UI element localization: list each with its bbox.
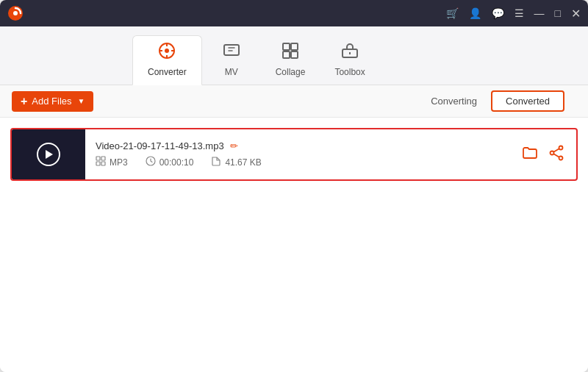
nav-area: Converter MV Collage (0, 26, 588, 85)
tab-mv[interactable]: MV (202, 36, 261, 85)
sub-toolbar: + Add Files ▼ Converting Converted (0, 85, 588, 118)
svg-rect-14 (101, 162, 105, 165)
collage-icon (282, 42, 299, 64)
meta-duration: 00:00:10 (146, 156, 194, 168)
svg-point-17 (559, 156, 563, 160)
add-files-label: Add Files (32, 96, 71, 107)
sub-tab-converted[interactable]: Converted (491, 90, 564, 112)
svg-point-16 (559, 146, 563, 149)
tab-mv-label: MV (225, 67, 238, 77)
file-duration: 00:00:10 (159, 157, 194, 168)
svg-rect-13 (96, 162, 100, 165)
app-logo (7, 5, 24, 21)
maximize-icon[interactable]: □ (555, 7, 561, 19)
edit-icon[interactable]: ✏ (230, 140, 238, 151)
svg-rect-4 (224, 45, 239, 55)
chat-icon[interactable]: 💬 (492, 7, 504, 19)
file-size: 41.67 KB (225, 157, 261, 168)
svg-point-1 (13, 11, 18, 15)
sub-tab-converting[interactable]: Converting (417, 91, 491, 111)
user-icon[interactable]: 👤 (469, 7, 481, 19)
svg-rect-8 (291, 51, 298, 58)
meta-size: 41.67 KB (211, 156, 261, 168)
play-button[interactable] (37, 143, 60, 166)
svg-rect-5 (283, 43, 290, 50)
tab-toolbox-label: Toolbox (334, 67, 365, 77)
converter-icon (158, 42, 176, 64)
tab-converter-label: Converter (148, 67, 187, 77)
file-meta: MP3 00:00:10 (96, 156, 512, 168)
menu-icon[interactable]: ☰ (514, 7, 524, 19)
meta-format: MP3 (96, 156, 128, 168)
file-name: Video-21-09-17-11-49-13.mp3 (96, 140, 224, 151)
filesize-icon (211, 156, 221, 168)
svg-rect-11 (96, 157, 100, 160)
svg-line-20 (553, 154, 559, 157)
mv-icon (223, 42, 240, 64)
tab-toolbox[interactable]: Toolbox (320, 36, 379, 85)
share-button[interactable] (548, 145, 564, 165)
file-item: Video-21-09-17-11-49-13.mp3 ✏ (10, 128, 578, 181)
svg-rect-7 (283, 51, 290, 58)
svg-line-19 (553, 149, 559, 152)
file-name-row: Video-21-09-17-11-49-13.mp3 ✏ (96, 140, 512, 151)
main-content: Video-21-09-17-11-49-13.mp3 ✏ (0, 118, 588, 372)
title-bar-left (7, 5, 24, 21)
file-actions (522, 145, 576, 165)
svg-point-18 (551, 151, 554, 154)
title-bar: 🛒 👤 💬 ☰ — □ ✕ (0, 0, 588, 26)
title-bar-right: 🛒 👤 💬 ☰ — □ ✕ (446, 7, 581, 21)
file-format: MP3 (110, 157, 128, 168)
svg-rect-6 (291, 43, 298, 50)
clock-icon (146, 156, 156, 168)
plus-icon: + (21, 95, 27, 108)
svg-rect-12 (101, 157, 105, 160)
file-thumbnail[interactable] (12, 128, 85, 181)
cart-icon[interactable]: 🛒 (446, 7, 459, 19)
svg-point-3 (165, 49, 169, 53)
sub-tabs: Converting Converted (417, 90, 564, 112)
dropdown-arrow-icon: ▼ (78, 97, 85, 105)
tab-collage-label: Collage (276, 67, 306, 77)
open-folder-button[interactable] (522, 145, 538, 165)
add-files-button[interactable]: + Add Files ▼ (12, 91, 93, 112)
close-icon[interactable]: ✕ (571, 7, 581, 21)
main-window: 🛒 👤 💬 ☰ — □ ✕ Converter (0, 0, 588, 372)
play-triangle-icon (46, 150, 53, 159)
tab-converter[interactable]: Converter (132, 35, 202, 85)
format-icon (96, 156, 106, 168)
tab-collage[interactable]: Collage (261, 36, 320, 85)
minimize-icon[interactable]: — (534, 7, 545, 19)
file-info: Video-21-09-17-11-49-13.mp3 ✏ (85, 135, 522, 174)
toolbox-icon (341, 42, 359, 64)
